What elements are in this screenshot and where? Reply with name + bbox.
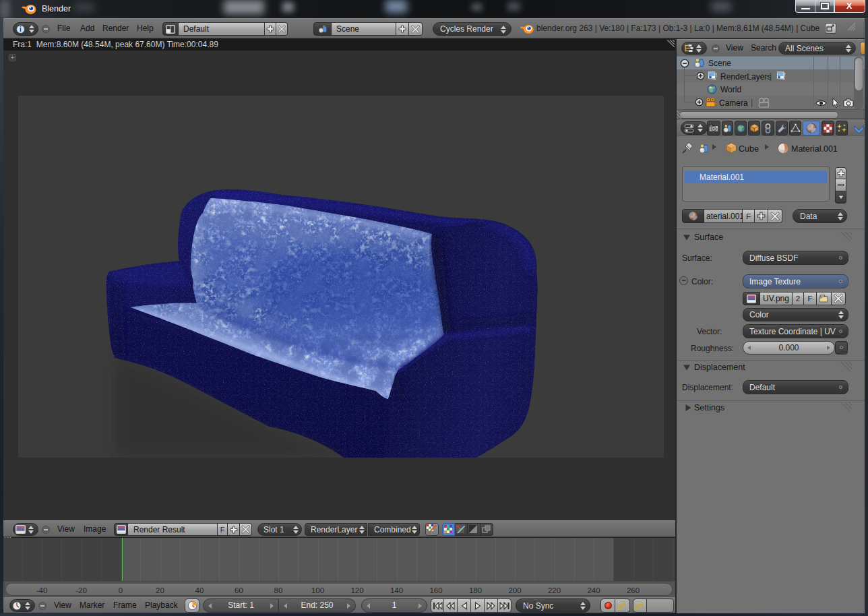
- svg-text:i: i: [20, 26, 22, 33]
